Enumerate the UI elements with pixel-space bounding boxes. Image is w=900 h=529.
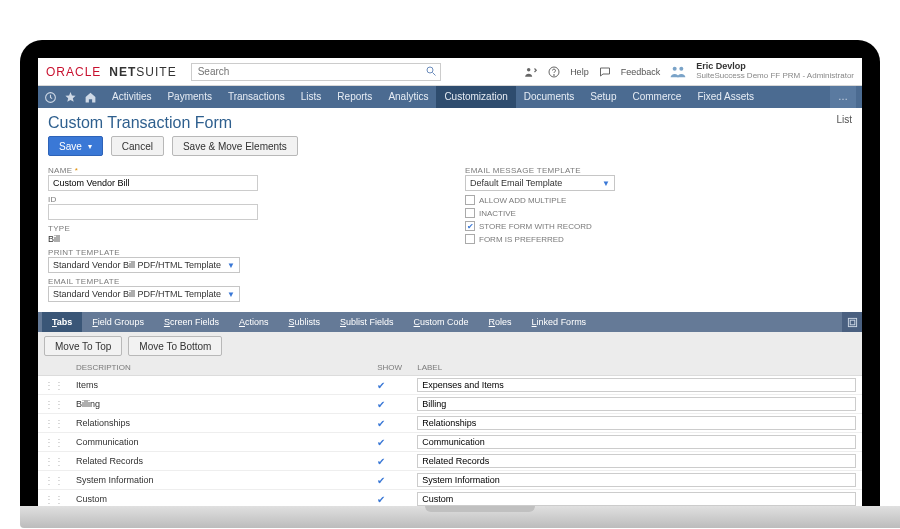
feedback-link[interactable]: Feedback <box>621 67 661 77</box>
allow-add-multiple-row[interactable]: ALLOW ADD MULTIPLE <box>465 195 852 205</box>
row-label-input[interactable] <box>417 473 856 487</box>
row-label-input[interactable] <box>417 397 856 411</box>
subtab-linked-forms[interactable]: Linked Forms <box>522 312 597 332</box>
row-label-input[interactable] <box>417 378 856 392</box>
global-search[interactable] <box>191 63 441 81</box>
feedback-icon[interactable] <box>599 66 611 78</box>
subtab-sublists[interactable]: Sublists <box>278 312 330 332</box>
subtab-custom-code[interactable]: Custom Code <box>404 312 479 332</box>
row-label-input[interactable] <box>417 492 856 506</box>
subtab-field-groups[interactable]: Field Groups <box>82 312 154 332</box>
nav-item-payments[interactable]: Payments <box>159 86 219 108</box>
cancel-button[interactable]: Cancel <box>111 136 164 156</box>
drag-handle-icon[interactable]: ⋮⋮ <box>44 494 64 505</box>
row-show-checkbox[interactable]: ✔ <box>371 395 411 414</box>
help-icon[interactable] <box>548 66 560 78</box>
store-form-row[interactable]: STORE FORM WITH RECORD <box>465 221 852 231</box>
row-show-checkbox[interactable]: ✔ <box>371 471 411 490</box>
col-label[interactable]: LABEL <box>411 360 862 376</box>
name-field[interactable] <box>48 175 258 191</box>
row-show-checkbox[interactable]: ✔ <box>371 433 411 452</box>
nav-item-fixed-assets[interactable]: Fixed Assets <box>689 86 762 108</box>
drag-handle-icon[interactable]: ⋮⋮ <box>44 418 64 429</box>
nav-item-analytics[interactable]: Analytics <box>380 86 436 108</box>
name-label: NAME <box>48 166 435 175</box>
type-label: TYPE <box>48 224 435 233</box>
nav-item-documents[interactable]: Documents <box>516 86 583 108</box>
subtab-screen-fields[interactable]: Screen Fields <box>154 312 229 332</box>
expand-icon[interactable] <box>842 312 862 332</box>
email-msg-label: EMAIL MESSAGE TEMPLATE <box>465 166 852 175</box>
form-preferred-checkbox[interactable] <box>465 234 475 244</box>
drag-handle-icon[interactable]: ⋮⋮ <box>44 380 64 391</box>
search-input[interactable] <box>191 63 441 81</box>
nav-item-activities[interactable]: Activities <box>104 86 159 108</box>
form-area: NAME ID TYPE Bill PRINT TEMPLATE Standar… <box>38 162 862 312</box>
table-row[interactable]: ⋮⋮Billing✔ <box>38 395 862 414</box>
nav-item-commerce[interactable]: Commerce <box>624 86 689 108</box>
move-to-top-button[interactable]: Move To Top <box>44 336 122 356</box>
email-template-select[interactable]: Standard Vendor Bill PDF/HTML Template▼ <box>48 286 240 302</box>
email-msg-select[interactable]: Default Email Template▼ <box>465 175 615 191</box>
subtab-tabs[interactable]: Tabs <box>42 312 82 332</box>
nav-overflow[interactable]: … <box>830 86 856 108</box>
subtab-roles[interactable]: Roles <box>479 312 522 332</box>
row-show-checkbox[interactable]: ✔ <box>371 414 411 433</box>
allow-add-multiple-checkbox[interactable] <box>465 195 475 205</box>
store-form-checkbox[interactable] <box>465 221 475 231</box>
col-show[interactable]: SHOW <box>371 360 411 376</box>
list-link[interactable]: List <box>836 114 852 125</box>
col-description[interactable]: DESCRIPTION <box>70 360 371 376</box>
move-to-bottom-button[interactable]: Move To Bottom <box>128 336 222 356</box>
inactive-checkbox[interactable] <box>465 208 475 218</box>
nav-item-reports[interactable]: Reports <box>329 86 380 108</box>
search-icon[interactable] <box>425 65 437 77</box>
svg-rect-8 <box>848 318 856 326</box>
save-move-button[interactable]: Save & Move Elements <box>172 136 298 156</box>
drag-handle-icon[interactable]: ⋮⋮ <box>44 475 64 486</box>
recent-icon[interactable] <box>44 91 64 104</box>
email-template-label: EMAIL TEMPLATE <box>48 277 435 286</box>
row-show-checkbox[interactable]: ✔ <box>371 376 411 395</box>
table-row[interactable]: ⋮⋮Relationships✔ <box>38 414 862 433</box>
nav-item-setup[interactable]: Setup <box>582 86 624 108</box>
table-row[interactable]: ⋮⋮Items✔ <box>38 376 862 395</box>
page-actions: Save▾ Cancel Save & Move Elements <box>38 136 862 162</box>
help-link[interactable]: Help <box>570 67 589 77</box>
nav-item-transactions[interactable]: Transactions <box>220 86 293 108</box>
brand-netsuite: NETSUITE <box>109 65 176 79</box>
print-template-select[interactable]: Standard Vendor Bill PDF/HTML Template▼ <box>48 257 240 273</box>
table-row[interactable]: ⋮⋮System Information✔ <box>38 471 862 490</box>
nav-item-customization[interactable]: Customization <box>436 86 515 108</box>
row-label-input[interactable] <box>417 454 856 468</box>
user-block[interactable]: Eric Devlop SuiteSuccess Demo FF PRM - A… <box>696 62 854 81</box>
home-icon[interactable] <box>84 91 104 104</box>
save-button[interactable]: Save▾ <box>48 136 103 156</box>
star-icon[interactable] <box>64 91 84 104</box>
row-show-checkbox[interactable]: ✔ <box>371 452 411 471</box>
drag-handle-icon[interactable]: ⋮⋮ <box>44 456 64 467</box>
svg-point-4 <box>554 74 555 75</box>
row-description: Relationships <box>70 414 371 433</box>
tabs-table: DESCRIPTION SHOW LABEL ⋮⋮Items✔⋮⋮Billing… <box>38 360 862 508</box>
page-header: Custom Transaction Form List <box>38 108 862 136</box>
table-row[interactable]: ⋮⋮Related Records✔ <box>38 452 862 471</box>
page-title: Custom Transaction Form <box>48 114 232 132</box>
inactive-row[interactable]: INACTIVE <box>465 208 852 218</box>
role-switch-icon[interactable] <box>524 66 538 78</box>
nav-item-lists[interactable]: Lists <box>293 86 330 108</box>
id-field[interactable] <box>48 204 258 220</box>
row-label-input[interactable] <box>417 416 856 430</box>
row-label-input[interactable] <box>417 435 856 449</box>
form-preferred-row[interactable]: FORM IS PREFERRED <box>465 234 852 244</box>
top-right: Help Feedback Eric Devlop SuiteSuccess D… <box>524 62 854 81</box>
drag-handle-icon[interactable]: ⋮⋮ <box>44 437 64 448</box>
type-value: Bill <box>48 233 435 244</box>
subtab-actions[interactable]: Actions <box>229 312 279 332</box>
table-row[interactable]: ⋮⋮Communication✔ <box>38 433 862 452</box>
subtab-sublist-fields[interactable]: Sublist Fields <box>330 312 404 332</box>
row-description: System Information <box>70 471 371 490</box>
svg-point-6 <box>680 66 684 70</box>
subactions: Move To Top Move To Bottom <box>38 332 862 360</box>
drag-handle-icon[interactable]: ⋮⋮ <box>44 399 64 410</box>
